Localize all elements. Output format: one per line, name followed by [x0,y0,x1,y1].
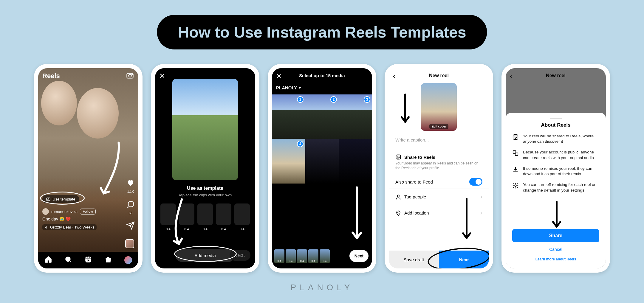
selected-thumb[interactable]: 0.4 [286,249,296,263]
selected-strip: 0.4 0.4 0.4 0.4 0.4 [274,249,345,263]
screen-title: New reel [389,73,489,78]
media-cell[interactable] [305,139,339,183]
next-button[interactable]: Next [349,250,369,262]
feed-toggle[interactable] [469,178,482,186]
clip-duration: 0.4 [234,227,250,231]
gear-icon [512,182,519,189]
annotation-arrow [459,196,474,244]
thumb-duration: 0.4 [320,260,330,262]
location-icon [395,210,401,216]
info-item: Because your account is public, anyone c… [512,150,599,160]
profile-icon[interactable] [124,256,132,264]
clip-slot[interactable]: 0.4 [216,203,231,225]
reels-header: Reels [42,72,60,80]
svg-rect-9 [85,257,91,262]
add-media-button[interactable]: Add media [175,249,235,262]
close-icon[interactable]: ✕ [159,72,165,80]
phone-reels-feed: Reels 1.1K 68 Use template [34,64,143,273]
clip-duration: 0.4 [216,227,231,231]
reels-icon [395,154,401,160]
media-cell[interactable]: 4 [272,139,305,183]
reels-icon[interactable] [84,256,92,265]
info-item: If someone remixes your reel, they can d… [512,166,599,177]
selected-thumb[interactable]: 0.4 [297,249,307,263]
share-to-reels-label: Share to Reels [404,155,435,160]
chevron-right-icon: › [480,193,482,200]
selection-badge: 2 [330,96,337,103]
cancel-button[interactable]: Cancel [506,247,606,252]
thumb-duration: 0.4 [297,260,307,262]
add-location-label: Add location [404,210,429,215]
album-picker[interactable]: PLANOLY ▾ [276,85,301,90]
svg-point-1 [129,74,131,77]
audio-thumbnail[interactable] [125,239,134,248]
cover-preview[interactable]: Edit cover [421,83,457,131]
about-reels-sheet: About Reels Your reel will be shared to … [506,113,606,268]
svg-point-2 [132,74,132,74]
info-text: Your reel will be shared to Reels, where… [523,133,599,144]
brand-watermark: PLANOLY [290,283,353,292]
info-item: You can turn off remixing for each reel … [512,182,599,193]
clip-slot[interactable]: 0.4 [234,203,250,225]
like-count: 1.1K [127,190,134,193]
comment-count: 68 [129,211,132,215]
learn-more-link[interactable]: Learn more about Reels [506,257,606,261]
search-icon[interactable] [64,256,72,265]
phone-use-as-template: ✕ Use as template Replace the clips with… [151,64,259,273]
media-cell[interactable] [339,139,372,183]
use-template-button[interactable]: Use template [42,195,79,203]
album-name: PLANOLY [276,85,297,90]
comment-icon[interactable] [126,200,135,209]
engagement-column: 1.1K 68 [126,178,135,247]
thumb-duration: 0.4 [308,260,318,262]
phones-row: Reels 1.1K 68 Use template [34,64,610,273]
clip-duration: 0.4 [179,227,194,231]
follow-button[interactable]: Follow [80,209,96,215]
like-icon[interactable] [126,178,135,188]
clip-slot[interactable]: 0.4 [179,203,194,225]
share-icon[interactable] [126,221,135,231]
username[interactable]: romanenkovika [51,209,78,214]
select-media-title: Select up to 15 media [272,73,372,78]
selected-thumb[interactable]: 0.4 [308,249,318,263]
svg-point-11 [397,195,400,197]
phone-about-reels-sheet: ‹ New reel About Reels Your reel will be… [501,64,610,273]
phone-new-reel: ‹ New reel Edit cover Write a caption...… [385,64,493,273]
avatar[interactable] [42,208,49,215]
camera-icon[interactable] [126,71,134,81]
clip-slot[interactable]: 0.4 [160,203,176,225]
phone-select-media: ✕ Select up to 15 media PLANOLY ▾ 1 2 3 … [268,64,376,273]
media-cell[interactable]: 3 [339,94,372,139]
share-to-reels-desc: Your video may appear in Reels and can b… [395,161,482,170]
svg-rect-6 [47,198,50,201]
template-preview [172,79,238,180]
sheet-grabber[interactable] [550,118,562,119]
media-grid: 1 2 3 4 [272,94,372,184]
selected-thumb[interactable]: 0.4 [320,249,330,263]
svg-point-8 [66,257,70,261]
use-template-label: Use template [52,197,75,201]
svg-point-12 [398,212,399,213]
clip-slot[interactable]: 0.4 [197,203,213,225]
edit-cover-label[interactable]: Edit cover [429,124,449,129]
page-title: How to Use Instagram Reels Templates [157,15,487,49]
audio-pill[interactable]: Grizzly Bear · Two Weeks [42,224,97,230]
annotation-arrow [549,199,564,232]
author-row[interactable]: romanenkovika Follow [42,208,96,215]
selection-badge: 4 [297,141,304,147]
media-cell[interactable]: 1 [272,94,305,139]
clip-duration: 0.4 [197,227,213,231]
info-text: If someone remixes your reel, they can d… [523,166,599,177]
selected-thumb[interactable]: 0.4 [274,249,284,263]
info-text: You can turn off remixing for each reel … [523,182,599,193]
annotation-circle [427,245,489,268]
annotation-arrow [349,184,364,244]
home-icon[interactable] [44,256,52,265]
annotation-arrow [398,92,413,128]
media-cell[interactable]: 2 [305,94,339,139]
caption-input[interactable]: Write a caption... [395,137,482,142]
template-subtitle: Replace the clips with your own. [155,193,255,197]
bottom-nav [38,252,138,268]
shop-icon[interactable] [104,256,112,265]
reels-icon [512,134,519,140]
